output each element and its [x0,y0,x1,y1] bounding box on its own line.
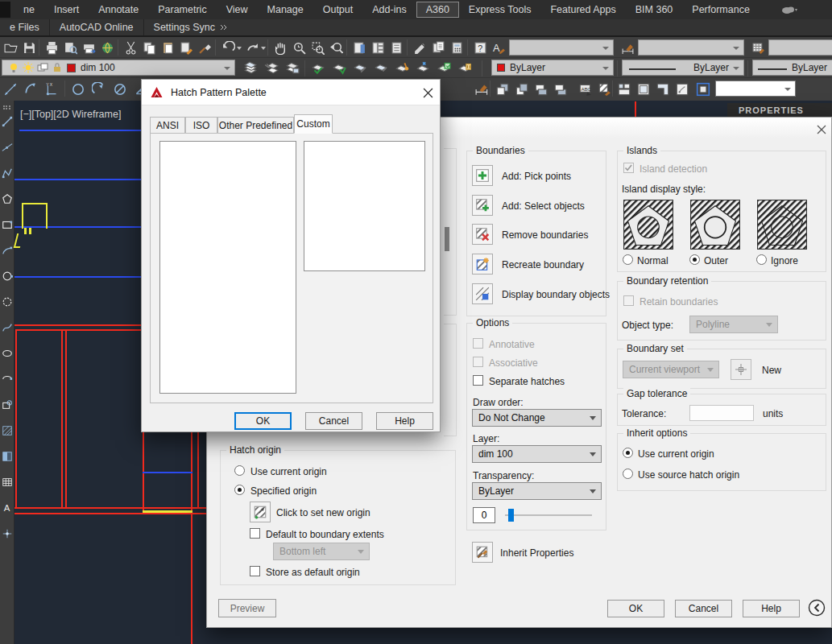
no-circle-icon[interactable] [111,80,129,98]
circle-tool-icon[interactable] [1,270,14,283]
lineweight-combo[interactable]: ByLayer [752,60,832,76]
preview-button[interactable]: Preview [218,599,276,617]
tab-other-predefined[interactable]: Other Predefined [217,117,294,134]
draw-order-combo[interactable]: Do Not Change [472,409,602,427]
specified-origin-radio[interactable] [234,485,245,495]
menu-item-insert[interactable]: Insert [44,2,89,18]
send-to-back-icon[interactable] [513,80,531,98]
pan-icon[interactable] [271,39,289,56]
markup-icon[interactable] [411,39,428,56]
sheet-set-icon[interactable] [429,39,447,56]
layer-properties-icon[interactable] [242,59,259,76]
ok-button[interactable]: OK [607,600,664,617]
transparency-slider-track[interactable] [505,514,592,516]
display-boundary-objects-button[interactable] [472,283,493,304]
menu-item-view[interactable]: View [217,2,258,18]
more-options-collapse-button[interactable] [806,597,827,618]
separate-hatches-checkbox[interactable] [473,375,483,386]
dim-style-combo[interactable] [638,39,744,56]
circle-tool-icon[interactable] [69,80,87,98]
layer-lock-icon[interactable] [351,59,369,76]
named-views-icon[interactable] [635,80,652,98]
designcenter-icon[interactable] [369,39,387,56]
layer-off-icon[interactable] [456,59,474,76]
palette-ok-button[interactable]: OK [234,412,292,430]
bring-above-icon[interactable] [532,80,550,98]
properties-palette-icon[interactable] [350,39,368,56]
layer-match-icon[interactable] [414,59,432,76]
cancel-button[interactable]: Cancel [675,600,732,617]
polygon-tool-icon[interactable] [1,192,14,205]
default-extents-checkbox[interactable] [250,528,260,539]
use-current-origin-radio[interactable] [623,448,633,458]
publish-icon[interactable] [98,39,116,56]
viewport-controls-label[interactable]: [−][Top][2D Wireframe] [20,109,121,120]
associative-checkbox[interactable] [473,357,483,367]
copy-icon[interactable] [140,39,158,56]
menu-item-output[interactable]: Output [313,2,363,18]
island-detection-checkbox[interactable] [623,163,634,173]
zoom-realtime-icon[interactable] [290,39,308,56]
object-color-combo[interactable]: ByLayer [491,60,614,76]
new-boundary-set-button[interactable] [731,359,751,380]
layer-combo[interactable]: dim 100 [2,60,235,76]
palette-close-icon[interactable] [417,83,438,102]
revcloud-tool-icon[interactable] [1,295,14,308]
save-icon[interactable] [20,39,38,56]
island-style-outer-image[interactable] [689,200,741,252]
menu-item-addins[interactable]: Add-ins [362,2,416,18]
dimstyle-brush-icon[interactable] [474,80,491,98]
text-tool-icon[interactable]: A [1,502,14,514]
spline-tool-icon[interactable] [1,321,14,334]
set-new-origin-button[interactable] [250,502,271,522]
arc-spin-icon[interactable] [90,80,108,98]
text-style-combo[interactable] [509,39,614,56]
hatch-to-back-icon[interactable] [596,80,614,98]
store-default-origin-checkbox[interactable] [250,566,260,576]
pattern-preview-box[interactable] [304,141,425,271]
point-tool-icon[interactable] [1,527,14,540]
cut-icon[interactable] [122,39,139,56]
retain-boundaries-checkbox[interactable] [623,295,634,306]
annotative-checkbox[interactable] [473,338,483,349]
transparency-combo[interactable]: ByLayer [472,482,602,500]
boundary-set-combo[interactable]: Current viewport [623,361,719,378]
layer-current-icon[interactable] [435,59,453,76]
menu-item-express-tools[interactable]: Express Tools [459,2,541,18]
viewport-scale-combo[interactable] [715,80,796,97]
redo-icon[interactable] [243,39,261,56]
transparency-amount-input[interactable]: 0 [473,507,495,523]
object-type-combo[interactable]: Polyline [689,316,778,333]
axis-node-icon[interactable]: Y X [43,80,61,98]
layer-states-icon[interactable] [284,59,301,76]
polyline-tool-icon[interactable] [1,167,14,180]
linetype-combo[interactable]: ByLayer [622,60,744,76]
help-icon[interactable]: ? [471,39,489,56]
insert-block-tool-icon[interactable] [1,398,14,411]
use-source-hatch-origin-radio[interactable] [623,469,633,479]
send-under-icon[interactable] [552,80,569,98]
line-tool-icon[interactable] [1,115,14,128]
redo-dropdown-caret[interactable] [261,47,266,50]
custom-pattern-list[interactable] [159,141,296,394]
text-to-front-icon[interactable]: ABC [577,80,594,98]
tab-ansi[interactable]: ANSI [150,117,185,134]
match-properties-icon[interactable] [196,39,213,56]
menu-item-a360[interactable]: A360 [416,2,459,18]
layer-walk-icon[interactable] [393,59,411,76]
layout-icon[interactable] [673,80,691,98]
remove-boundaries-button[interactable] [472,224,493,245]
measure-icon[interactable] [2,80,19,98]
gradient-tool-icon[interactable] [1,450,14,463]
tool-palettes-icon[interactable] [387,39,405,56]
recreate-boundary-button[interactable] [472,254,493,275]
cloud-status-icon[interactable] [780,5,798,14]
palette-cancel-button[interactable]: Cancel [305,412,362,430]
table-style-combo[interactable] [768,39,832,56]
layer-isolate-icon[interactable] [372,59,390,76]
zoom-window-icon[interactable] [308,39,326,56]
add-pick-points-button[interactable] [472,165,493,186]
sheet-view-icon[interactable] [654,80,672,98]
island-ignore-radio[interactable] [756,254,767,265]
panel-files-partial[interactable]: e Files [0,19,50,35]
